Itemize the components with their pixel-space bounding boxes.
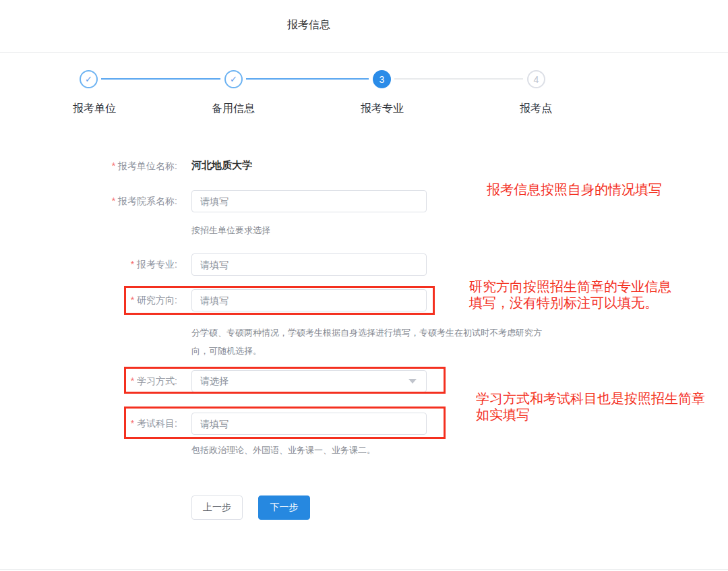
page-title: 报考信息 xyxy=(287,18,330,32)
required-marker: * xyxy=(131,375,134,386)
unit-name-label: *报考单位名称: xyxy=(0,160,177,173)
annotation-research-direction-note: 研究方向按照招生简章的专业信息 填写，没有特别标注可以填无。 xyxy=(469,278,671,311)
step-connector-1-2 xyxy=(101,78,220,80)
major-label: *报考专业: xyxy=(0,259,177,271)
study-mode-label: *学习方式: xyxy=(0,375,177,388)
footer-divider xyxy=(0,569,728,570)
step-label-application-unit: 报考单位 xyxy=(73,102,116,116)
previous-step-button[interactable]: 上一步 xyxy=(191,495,243,520)
step-done-check-icon: ✓ xyxy=(230,74,237,84)
required-marker: * xyxy=(131,295,134,305)
step-3-circle: 3 xyxy=(373,70,391,88)
next-step-button[interactable]: 下一步 xyxy=(258,495,310,520)
application-info-page: 报考信息 ✓ ✓ 3 4 报考单位 备用信息 报考专业 报考点 *报考单位名称:… xyxy=(0,0,728,571)
annotation-fill-by-self: 报考信息按照自身的情况填写 xyxy=(487,181,662,198)
faculty-helper-text: 按招生单位要求选择 xyxy=(191,221,270,239)
step-3-number: 3 xyxy=(380,74,385,85)
faculty-name-label: *报考院系名称: xyxy=(0,196,177,208)
header-divider xyxy=(0,52,728,53)
required-marker: * xyxy=(112,160,115,171)
step-4-circle: 4 xyxy=(527,70,545,88)
exam-subjects-label: *考试科目: xyxy=(0,418,177,430)
required-marker: * xyxy=(131,259,134,270)
step-1-circle: ✓ xyxy=(80,70,98,88)
required-marker: * xyxy=(131,418,134,429)
annotation-study-exam-note: 学习方式和考试科目也是按照招生简章 如实填写 xyxy=(476,390,705,423)
exam-subjects-helper-text: 包括政治理论、外国语、业务课一、业务课二。 xyxy=(191,441,375,459)
study-mode-select[interactable]: 请选择 xyxy=(191,370,427,392)
step-label-backup-info: 备用信息 xyxy=(212,102,255,116)
step-2-circle: ✓ xyxy=(224,70,243,88)
step-label-application-major: 报考专业 xyxy=(361,102,404,116)
research-direction-input[interactable] xyxy=(191,289,427,311)
dropdown-arrow-icon xyxy=(408,379,417,384)
step-4-number: 4 xyxy=(534,74,539,85)
study-mode-placeholder: 请选择 xyxy=(200,375,408,388)
required-marker: * xyxy=(112,196,115,206)
step-connector-2-3 xyxy=(246,78,369,80)
exam-subjects-input[interactable] xyxy=(191,413,427,435)
step-label-exam-site: 报考点 xyxy=(520,102,552,116)
unit-name-value: 河北地质大学 xyxy=(191,159,252,172)
step-connector-3-4 xyxy=(394,78,523,80)
major-input[interactable] xyxy=(191,253,427,276)
research-direction-helper-text: 分学硕、专硕两种情况，学硕考生根据自身选择进行填写，专硕考生在初试时不考虑研究方… xyxy=(191,324,542,360)
step-done-check-icon: ✓ xyxy=(85,74,92,84)
research-direction-label: *研究方向: xyxy=(0,295,177,307)
faculty-name-input[interactable] xyxy=(191,190,427,212)
